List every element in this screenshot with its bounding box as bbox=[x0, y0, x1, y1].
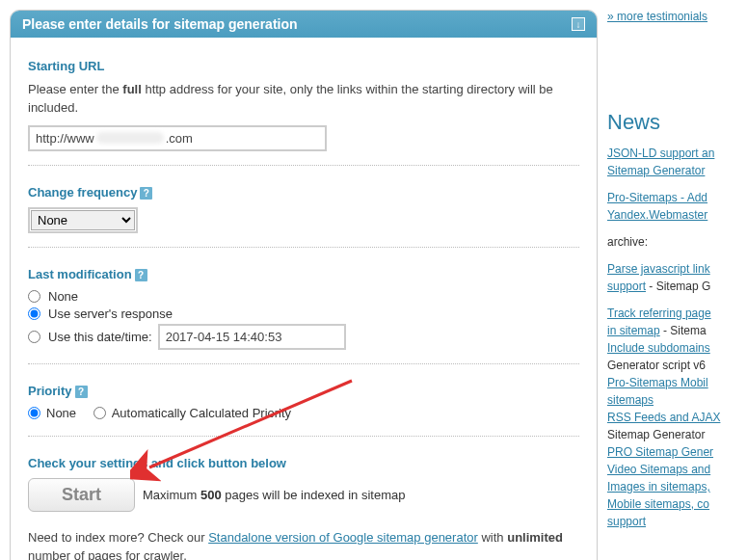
change-freq-title: Change frequency? bbox=[28, 185, 579, 200]
news-link[interactable]: RSS Feeds and AJAX bbox=[607, 411, 720, 424]
redacted-domain bbox=[96, 132, 164, 144]
news-link[interactable]: Images in sitemaps, bbox=[607, 480, 710, 493]
lastmod-none-radio[interactable] bbox=[28, 290, 40, 303]
news-item: Parse javascript link support - Sitemap … bbox=[607, 260, 747, 295]
help-icon[interactable]: ? bbox=[140, 187, 152, 200]
sitemap-form-panel: Please enter details for sitemap generat… bbox=[10, 10, 598, 560]
news-item: Pro-Sitemaps - Add Yandex.Webmaster bbox=[607, 189, 747, 224]
news-link[interactable]: Mobile sitemaps, co bbox=[607, 497, 709, 511]
divider bbox=[28, 363, 579, 364]
news-link[interactable]: PRO Sitemap Gener bbox=[607, 445, 713, 459]
help-icon[interactable]: ? bbox=[135, 269, 147, 281]
news-link[interactable]: support bbox=[607, 280, 646, 293]
more-testimonials-link[interactable]: » more testimonials bbox=[607, 10, 747, 23]
news-link[interactable]: Yandex.Webmaster bbox=[607, 208, 707, 222]
lastmod-date-radio[interactable] bbox=[28, 331, 40, 343]
priority-options: None Automatically Calculated Priority bbox=[28, 406, 579, 422]
lastmod-none-label: None bbox=[48, 289, 78, 304]
lastmod-date-label: Use this date/time: bbox=[48, 330, 152, 344]
news-item: Track referring page in sitemap - Sitema… bbox=[607, 305, 747, 530]
last-mod-title: Last modification? bbox=[28, 267, 579, 281]
news-link[interactable]: Track referring page bbox=[607, 307, 711, 320]
collapse-icon[interactable]: ↓ bbox=[572, 17, 585, 31]
news-heading: News bbox=[607, 110, 747, 135]
news-link[interactable]: Pro-Sitemaps Mobil bbox=[607, 376, 708, 389]
news-item: JSON-LD support an Sitemap Generator bbox=[607, 145, 747, 179]
priority-auto-label: Automatically Calculated Priority bbox=[112, 406, 291, 420]
check-title: Check your settings and click button bel… bbox=[28, 456, 579, 470]
news-link[interactable]: JSON-LD support an bbox=[607, 147, 714, 160]
starting-url-input[interactable]: http://www .com bbox=[28, 125, 327, 151]
change-freq-select[interactable]: None bbox=[31, 210, 135, 230]
news-link[interactable]: Sitemap Generator bbox=[607, 164, 705, 177]
divider bbox=[28, 165, 579, 166]
priority-none-label: None bbox=[46, 406, 76, 420]
more-info: Need to index more? Check our Standalone… bbox=[28, 529, 579, 560]
news-link[interactable]: sitemaps bbox=[607, 393, 654, 407]
archive-label: archive: bbox=[607, 233, 747, 251]
start-note: Maximum 500 pages will be indexed in sit… bbox=[143, 488, 405, 502]
priority-title: Priority? bbox=[28, 384, 579, 398]
panel-title: Please enter details for sitemap generat… bbox=[22, 16, 298, 32]
lastmod-server-radio[interactable] bbox=[28, 307, 40, 320]
news-link[interactable]: in sitemap bbox=[607, 324, 660, 337]
divider bbox=[28, 247, 579, 248]
priority-none-radio[interactable] bbox=[28, 407, 40, 419]
news-link[interactable]: support bbox=[607, 515, 646, 528]
news-link[interactable]: Include subdomains bbox=[607, 341, 710, 355]
starting-url-title: Starting URL bbox=[28, 59, 579, 73]
lastmod-date-input[interactable] bbox=[158, 324, 346, 350]
standalone-link[interactable]: Standalone version of Google sitemap gen… bbox=[208, 530, 478, 545]
starting-url-desc: Please enter the full http address for y… bbox=[28, 81, 579, 118]
lastmod-server-label: Use server's response bbox=[48, 307, 173, 321]
help-icon[interactable]: ? bbox=[75, 386, 88, 398]
news-link[interactable]: Parse javascript link bbox=[607, 262, 710, 276]
news-link[interactable]: Video Sitemaps and bbox=[607, 463, 710, 476]
start-button[interactable]: Start bbox=[28, 478, 135, 512]
panel-header: Please enter details for sitemap generat… bbox=[11, 11, 597, 38]
divider bbox=[28, 436, 579, 437]
sidebar: » more testimonials News JSON-LD support… bbox=[598, 0, 747, 560]
news-link[interactable]: Pro-Sitemaps - Add bbox=[607, 191, 707, 204]
priority-auto-radio[interactable] bbox=[93, 407, 106, 419]
